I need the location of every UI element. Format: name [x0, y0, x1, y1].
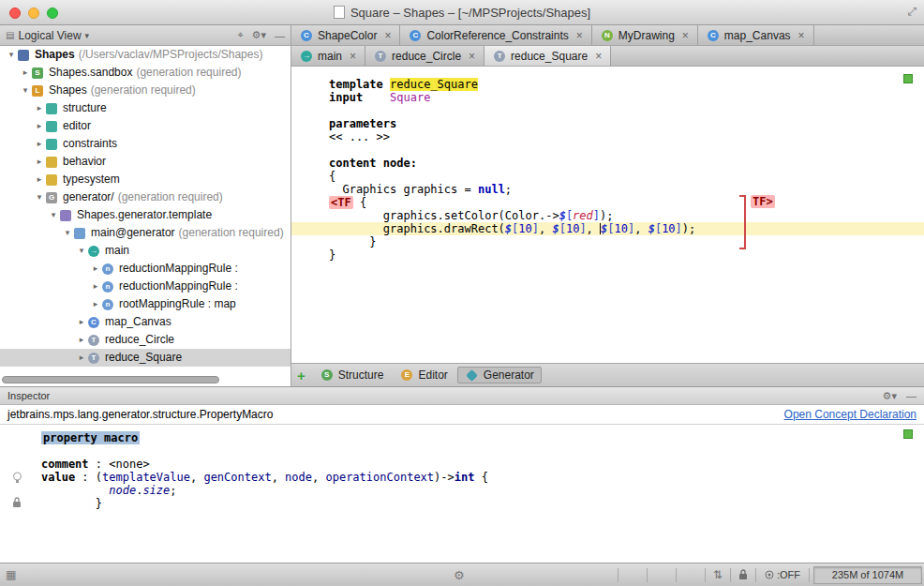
- expand-arrow-icon[interactable]: ▸: [34, 135, 45, 153]
- code-line[interactable]: Graphics graphics = null;: [291, 183, 924, 196]
- close-tab-icon[interactable]: ×: [350, 50, 356, 63]
- horizontal-scrollbar[interactable]: [0, 376, 291, 384]
- code-line[interactable]: content node:: [291, 157, 924, 170]
- pin-icon[interactable]: ⌖: [237, 29, 243, 41]
- tab-shapecolor[interactable]: CShapeColor×: [291, 25, 400, 45]
- code-line[interactable]: }: [291, 248, 924, 262]
- close-tab-icon[interactable]: ×: [384, 29, 391, 42]
- code-line[interactable]: << ... >>: [291, 130, 924, 143]
- expand-arrow-icon[interactable]: ▸: [90, 260, 101, 278]
- tf-close-badge[interactable]: TF>: [751, 195, 775, 208]
- status-gear-icon[interactable]: ⚙: [454, 568, 465, 582]
- tab-label: map_Canvas: [724, 29, 791, 42]
- aspect-tab-structure[interactable]: SStructure: [313, 367, 392, 383]
- code-line[interactable]: <TF {: [291, 196, 924, 209]
- code-line[interactable]: property macro: [0, 431, 924, 444]
- tree-item-reduce-square[interactable]: ▸Treduce_Square: [0, 349, 291, 367]
- tree-item-shapes[interactable]: ▾LShapes(generation required): [0, 82, 291, 99]
- view-selector[interactable]: Logical View: [18, 29, 81, 42]
- expand-arrow-icon[interactable]: ▾: [6, 46, 17, 64]
- expand-arrow-icon[interactable]: ▾: [76, 242, 87, 260]
- tab-reduce_circle[interactable]: Treduce_Circle×: [365, 46, 484, 66]
- tree-item-reduce-circle[interactable]: ▸Treduce_Circle: [0, 331, 291, 349]
- expand-arrow-icon[interactable]: ▸: [76, 331, 87, 349]
- close-tab-icon[interactable]: ×: [595, 50, 602, 63]
- expand-arrow-icon[interactable]: ▸: [34, 153, 45, 171]
- code-line[interactable]: [0, 444, 924, 458]
- tree-item-typesystem[interactable]: ▸typesystem: [0, 171, 291, 188]
- expand-arrow-icon[interactable]: ▾: [48, 206, 59, 224]
- expand-arrow-icon[interactable]: ▸: [34, 117, 45, 135]
- code-token: templateValue: [102, 471, 190, 484]
- tab-reduce_square[interactable]: Treduce_Square×: [484, 46, 611, 66]
- code-line[interactable]: {: [291, 170, 924, 183]
- open-concept-declaration-link[interactable]: Open Concept Declaration: [784, 408, 917, 421]
- tab-map_canvas[interactable]: Cmap_Canvas×: [698, 25, 814, 45]
- expand-arrow-icon[interactable]: ▸: [90, 295, 101, 313]
- code-line[interactable]: }: [0, 497, 924, 510]
- aspect-tab-generator[interactable]: Generator: [457, 367, 542, 383]
- code-line[interactable]: value : (templateValue, genContext, node…: [0, 471, 924, 484]
- expand-arrow-icon[interactable]: ▸: [34, 171, 45, 188]
- tree-item-main-generator[interactable]: ▾main@generator(generation required): [0, 224, 291, 242]
- tree-item-generator-[interactable]: ▾Ggenerator/(generation required): [0, 188, 291, 206]
- expand-arrow-icon[interactable]: ▸: [20, 64, 31, 82]
- tree-item-structure[interactable]: ▸structure: [0, 99, 291, 117]
- code-line[interactable]: graphics.drawRect($[10], $[10], $[10], $…: [291, 222, 924, 235]
- chevron-down-icon[interactable]: ▾: [85, 31, 90, 40]
- tree-item-map-canvas[interactable]: ▸Cmap_Canvas: [0, 313, 291, 331]
- close-tab-icon[interactable]: ×: [798, 29, 805, 42]
- line-separator-icon[interactable]: ⇅: [709, 568, 726, 581]
- tree-item-behavior[interactable]: ▸behavior: [0, 153, 291, 171]
- close-tab-icon[interactable]: ×: [576, 29, 583, 42]
- tree-item-reductionmappingrule-[interactable]: ▸nreductionMappingRule :: [0, 278, 291, 295]
- code-line[interactable]: [291, 143, 924, 157]
- tree-item-shapes-sandbox[interactable]: ▸SShapes.sandbox(generation required): [0, 64, 291, 82]
- zoom-window-button[interactable]: [47, 8, 58, 19]
- close-window-button[interactable]: [9, 8, 21, 19]
- expand-arrow-icon[interactable]: ▾: [20, 82, 31, 99]
- code-line[interactable]: parameters: [291, 117, 924, 130]
- tab-main[interactable]: →main×: [291, 46, 365, 66]
- code-line[interactable]: node.size;: [0, 484, 924, 497]
- expand-arrow-icon[interactable]: ▸: [34, 99, 45, 117]
- inspector-body[interactable]: property macro comment : <none>value : (…: [0, 426, 924, 563]
- tab-colorreference_constraints[interactable]: CColorReference_Constraints×: [400, 25, 591, 45]
- tree-item-rootmappingrule-map[interactable]: ▸nrootMappingRule : map: [0, 295, 291, 313]
- code-line[interactable]: template reduce_Square: [291, 78, 924, 91]
- code-line[interactable]: input Square: [291, 91, 924, 104]
- code-line[interactable]: comment : <none>: [0, 458, 924, 471]
- inspector-gear-icon[interactable]: ⚙▾: [883, 390, 897, 402]
- hide-panel-icon[interactable]: —: [275, 30, 285, 41]
- code-line[interactable]: }: [291, 235, 924, 248]
- fullscreen-icon[interactable]: ⤢: [907, 5, 917, 18]
- add-aspect-icon[interactable]: +: [297, 368, 306, 383]
- close-tab-icon[interactable]: ×: [469, 50, 475, 63]
- tree-item-shapes-generator-template[interactable]: ▾Shapes.generator.template: [0, 206, 291, 224]
- highlighting-level-widget[interactable]: :OFF: [760, 569, 805, 580]
- readonly-lock-icon[interactable]: [735, 569, 752, 580]
- inspector-hide-icon[interactable]: —: [906, 390, 917, 401]
- tree-item-main[interactable]: ▾→main: [0, 242, 291, 260]
- close-tab-icon[interactable]: ×: [682, 29, 689, 42]
- editor-area[interactable]: template reduce_Squareinput Square param…: [291, 67, 924, 363]
- expand-arrow-icon[interactable]: ▾: [62, 224, 73, 242]
- tree-item-reductionmappingrule-[interactable]: ▸nreductionMappingRule :: [0, 260, 291, 278]
- expand-arrow-icon[interactable]: ▸: [76, 313, 87, 331]
- aspect-tab-editor[interactable]: EEditor: [393, 367, 455, 383]
- minimize-window-button[interactable]: [28, 8, 39, 19]
- tree-item-editor[interactable]: ▸editor: [0, 117, 291, 135]
- intention-bulb-icon[interactable]: [12, 471, 22, 488]
- toolwindow-toggle-icon[interactable]: ▦: [6, 568, 16, 581]
- code-line[interactable]: [291, 104, 924, 117]
- tab-mydrawing[interactable]: NMyDrawing×: [592, 25, 698, 45]
- expand-arrow-icon[interactable]: ▾: [34, 188, 45, 206]
- scrollbar-thumb[interactable]: [2, 376, 219, 383]
- tree-item-constraints[interactable]: ▸constraints: [0, 135, 291, 153]
- expand-arrow-icon[interactable]: ▸: [76, 349, 87, 367]
- gear-icon[interactable]: ⚙▾: [252, 29, 266, 41]
- code-line[interactable]: graphics.setColor(Color.->$[red]);: [291, 209, 924, 222]
- expand-arrow-icon[interactable]: ▸: [90, 278, 101, 295]
- memory-indicator[interactable]: 235M of 1074M: [813, 566, 922, 584]
- tree-item-shapes[interactable]: ▾Shapes(/Users/vaclav/MPSProjects/Shapes…: [0, 46, 291, 64]
